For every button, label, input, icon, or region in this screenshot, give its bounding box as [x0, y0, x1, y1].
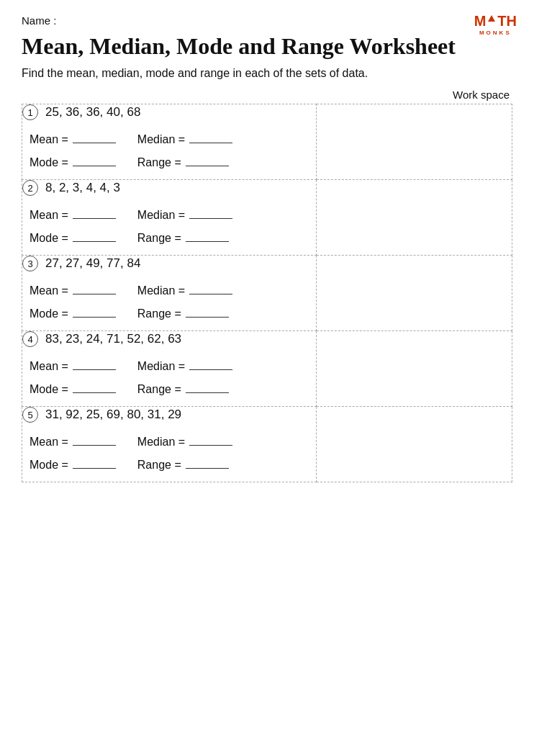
range-field-5: Range = [137, 459, 229, 472]
mean-field-5: Mean = [30, 436, 116, 449]
mean-field-3: Mean = [30, 284, 116, 297]
mode-label-4: Mode = [30, 383, 68, 396]
range-label-1: Range = [137, 156, 181, 169]
data-set-1: 25, 36, 36, 40, 68 [45, 105, 140, 120]
mode-field-3: Mode = [30, 307, 116, 320]
median-field-2: Median = [137, 209, 232, 222]
problem-number-2: 2 [22, 180, 38, 196]
median-blank-4[interactable] [189, 369, 232, 370]
problem-number-5: 5 [22, 407, 38, 423]
mean-blank-1[interactable] [73, 143, 116, 143]
mode-blank-5[interactable] [73, 468, 116, 469]
median-field-4: Median = [137, 360, 232, 373]
median-label-5: Median = [137, 436, 185, 449]
range-blank-1[interactable] [186, 166, 229, 166]
median-field-3: Median = [137, 284, 232, 297]
mode-field-1: Mode = [30, 156, 116, 169]
mode-blank-1[interactable] [73, 166, 116, 166]
logo-text-math: M [474, 13, 487, 30]
median-label-2: Median = [137, 209, 185, 222]
mean-field-2: Mean = [30, 209, 116, 222]
range-blank-5[interactable] [186, 468, 229, 469]
mode-blank-3[interactable] [73, 317, 116, 318]
data-set-4: 83, 23, 24, 71, 52, 62, 63 [45, 332, 181, 346]
mean-blank-5[interactable] [73, 445, 116, 446]
mode-label-5: Mode = [30, 459, 68, 472]
workspace-cell-4 [316, 331, 512, 407]
mean-label-4: Mean = [30, 360, 68, 373]
logo-text-th: TH [497, 13, 517, 30]
range-field-2: Range = [137, 232, 229, 245]
mean-label-3: Mean = [30, 284, 68, 297]
median-blank-2[interactable] [189, 218, 232, 219]
median-label-3: Median = [137, 284, 185, 297]
workspace-cell-1 [316, 104, 512, 180]
range-label-2: Range = [137, 232, 181, 245]
median-label-1: Median = [137, 133, 185, 146]
median-field-1: Median = [137, 133, 232, 146]
mean-label-1: Mean = [30, 133, 68, 146]
problem-number-3: 3 [22, 256, 38, 271]
problem-cell-3: 327, 27, 49, 77, 84Mean =Median =Mode =R… [22, 256, 317, 331]
problems-table: 125, 36, 36, 40, 68Mean =Median =Mode =R… [22, 104, 512, 482]
data-set-3: 27, 27, 49, 77, 84 [45, 256, 140, 271]
mean-field-4: Mean = [30, 360, 116, 373]
mode-blank-2[interactable] [73, 241, 116, 242]
median-blank-1[interactable] [189, 143, 232, 143]
logo-monks: MONKS [479, 30, 512, 36]
workspace-label: Work space [22, 89, 512, 101]
range-label-4: Range = [137, 383, 181, 396]
range-field-4: Range = [137, 383, 229, 396]
range-blank-2[interactable] [186, 241, 229, 242]
median-blank-3[interactable] [189, 294, 232, 294]
workspace-cell-2 [316, 180, 512, 256]
workspace-cell-3 [316, 256, 512, 331]
workspace-cell-5 [316, 407, 512, 482]
problem-cell-1: 125, 36, 36, 40, 68Mean =Median =Mode =R… [22, 104, 317, 180]
range-label-5: Range = [137, 459, 181, 472]
mean-blank-3[interactable] [73, 294, 116, 294]
range-field-3: Range = [137, 307, 229, 320]
problem-number-1: 1 [22, 104, 38, 120]
name-label: Name : [22, 14, 512, 27]
range-blank-3[interactable] [186, 317, 229, 318]
problem-number-4: 4 [22, 331, 38, 347]
mean-label-2: Mean = [30, 209, 68, 222]
mode-field-5: Mode = [30, 459, 116, 472]
logo-triangle-icon [488, 15, 495, 22]
logo: M TH MONKS [474, 13, 517, 36]
mean-blank-4[interactable] [73, 369, 116, 370]
mode-label-3: Mode = [30, 307, 68, 320]
subtitle: Find the mean, median, mode and range in… [22, 67, 512, 80]
data-set-2: 8, 2, 3, 4, 4, 3 [45, 181, 120, 195]
median-blank-5[interactable] [189, 445, 232, 446]
mean-label-5: Mean = [30, 436, 68, 449]
range-blank-4[interactable] [186, 392, 229, 393]
data-set-5: 31, 92, 25, 69, 80, 31, 29 [45, 408, 181, 422]
page-title: Mean, Median, Mode and Range Worksheet [22, 32, 512, 60]
median-label-4: Median = [137, 360, 185, 373]
mode-field-4: Mode = [30, 383, 116, 396]
range-field-1: Range = [137, 156, 229, 169]
problem-cell-5: 531, 92, 25, 69, 80, 31, 29Mean =Median … [22, 407, 317, 482]
mode-field-2: Mode = [30, 232, 116, 245]
median-field-5: Median = [137, 436, 232, 449]
mean-field-1: Mean = [30, 133, 116, 146]
mode-blank-4[interactable] [73, 392, 116, 393]
range-label-3: Range = [137, 307, 181, 320]
mean-blank-2[interactable] [73, 218, 116, 219]
problem-cell-2: 28, 2, 3, 4, 4, 3Mean =Median =Mode =Ran… [22, 180, 317, 256]
mode-label-2: Mode = [30, 232, 68, 245]
problem-cell-4: 483, 23, 24, 71, 52, 62, 63Mean =Median … [22, 331, 317, 407]
mode-label-1: Mode = [30, 156, 68, 169]
